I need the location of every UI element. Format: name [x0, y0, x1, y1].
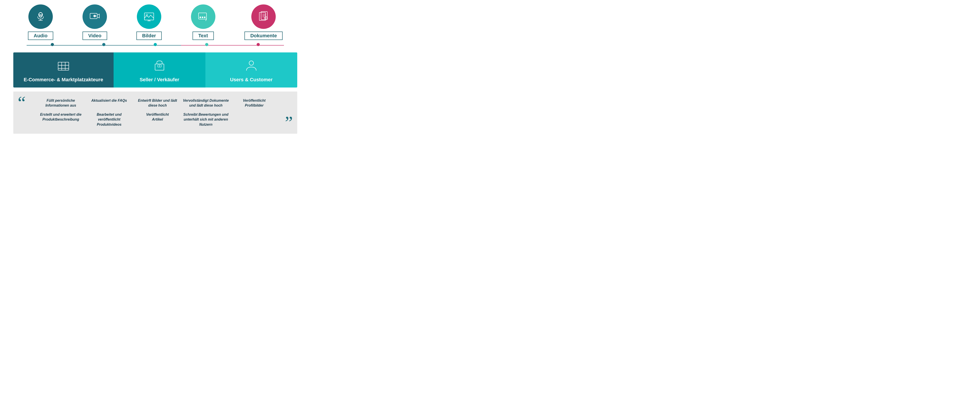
dot-bilder: [154, 43, 157, 46]
quote-content: Füllt persönliche Informationen aus Aktu…: [24, 98, 286, 127]
text-icon: [197, 11, 209, 22]
middle-section: E-Commerce- & Marktplatzakteure Seller /…: [13, 53, 297, 88]
timeline-row: [27, 42, 284, 48]
icon-item-text: Text: [191, 5, 215, 40]
seller-icon: [153, 59, 167, 73]
svg-rect-13: [199, 13, 207, 19]
quote-item-1-5: Veröffentlicht Profilbilder: [231, 98, 277, 108]
dot-video: [102, 43, 105, 46]
quote-row-2: Erstellt und erweitert die Produktbeschr…: [38, 112, 277, 127]
quote-item-2-1: Erstellt und erweitert die Produktbeschr…: [38, 112, 84, 127]
audio-circle: [29, 5, 53, 29]
svg-point-33: [249, 61, 253, 65]
dot-dokumente: [257, 43, 260, 46]
icon-item-audio: Audio: [28, 5, 53, 40]
text-label: Text: [192, 32, 214, 40]
audio-icon: [35, 11, 46, 22]
dokumente-label: Dokumente: [245, 32, 283, 40]
ecommerce-label: E-Commerce- & Marktplatzakteure: [24, 77, 103, 83]
video-icon: [89, 11, 101, 22]
text-circle: [191, 5, 215, 29]
bottom-section: “ ” Füllt persönliche Informationen aus …: [13, 91, 297, 134]
quote-row-1: Füllt persönliche Informationen aus Aktu…: [38, 98, 277, 108]
dot-text: [205, 43, 208, 46]
timeline-dots: [27, 45, 284, 46]
quote-item-2-3: Veröffentlicht Artikel: [134, 112, 181, 127]
seller-label: Seller / Verkäufer: [140, 77, 179, 83]
icon-item-dokumente: Dokumente: [245, 5, 283, 40]
icons-row: Audio Video: [13, 5, 297, 42]
audio-label: Audio: [28, 32, 53, 40]
dot-audio: [51, 43, 54, 46]
role-ecommerce: E-Commerce- & Marktplatzakteure: [13, 53, 114, 88]
quote-item-2-5: [231, 112, 277, 127]
users-icon: [244, 59, 258, 73]
icon-item-bilder: Bilder: [137, 5, 162, 40]
svg-point-14: [200, 17, 201, 18]
role-users: Users & Customer: [205, 53, 297, 88]
quote-item-1-2: Aktualisiert die FAQs: [86, 98, 132, 108]
svg-rect-25: [58, 62, 69, 70]
quote-item-1-3: Entwirft Bilder und lädt diese hoch: [134, 98, 181, 108]
svg-point-16: [204, 17, 205, 18]
svg-marker-6: [97, 14, 99, 18]
quote-item-2-4: Schreibt Bewertungen und unterhält sich …: [183, 112, 229, 127]
svg-rect-1: [39, 14, 42, 16]
quote-item-1-1: Füllt persönliche Informationen aus: [38, 98, 84, 108]
top-section: Audio Video: [0, 0, 310, 48]
video-circle: [83, 5, 107, 29]
bilder-icon: [143, 11, 155, 22]
ecommerce-icon: [56, 59, 70, 73]
users-label: Users & Customer: [230, 77, 273, 83]
dokumente-icon: [258, 11, 269, 22]
bilder-label: Bilder: [137, 32, 162, 40]
bilder-circle: [137, 5, 161, 29]
quote-open: “: [18, 94, 26, 112]
quote-item-1-4: Vervollständigt Dokumente und lädt diese…: [183, 98, 229, 108]
quote-item-2-2: Bearbeitet und veröffentlicht Produktvid…: [86, 112, 132, 127]
video-label: Video: [83, 32, 107, 40]
icon-item-video: Video: [83, 5, 107, 40]
svg-point-15: [202, 17, 203, 18]
quote-close: ”: [285, 114, 293, 131]
role-seller: Seller / Verkäufer: [114, 53, 205, 88]
dokumente-circle: [251, 5, 276, 29]
